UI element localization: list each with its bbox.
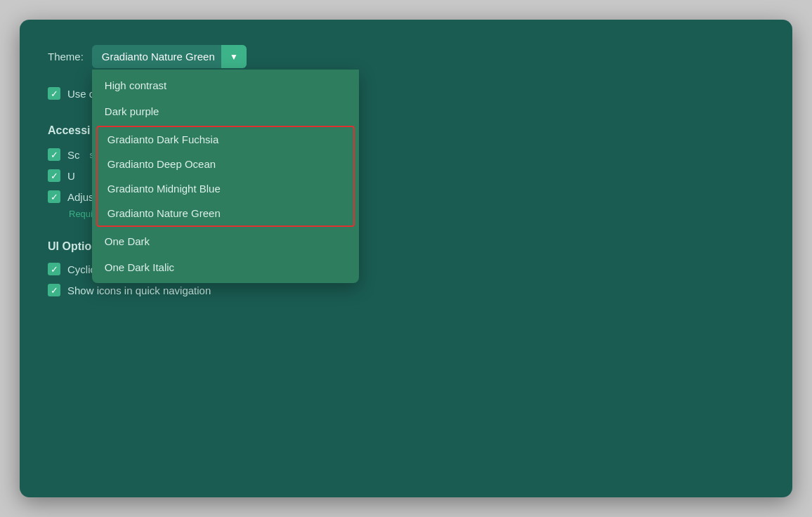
sc-label: Sc [67,149,80,161]
dropdown-item-gradianto-dark-fuchsia[interactable]: Gradianto Dark Fuchsia [98,127,353,152]
show-icons-checkbox[interactable]: ✓ [48,284,60,296]
use-custom-font-text: Use c [67,88,94,100]
dropdown-item-gradianto-nature-green[interactable]: Gradianto Nature Green [98,201,353,225]
use-custom-font-label: ✓ Use c [48,87,94,100]
theme-selected-value: Gradianto Nature Green [102,51,215,63]
settings-window: Theme: Gradianto Nature Green ▼ High con… [20,20,792,497]
u-checkbox[interactable]: ✓ [48,169,60,182]
show-icons-row: ✓ Show icons in quick navigation [48,284,764,296]
u-label: U [67,170,75,182]
dropdown-item-dark-purple[interactable]: Dark purple [92,98,359,124]
theme-row: Theme: Gradianto Nature Green ▼ High con… [48,45,764,68]
theme-dropdown-arrow-icon: ▼ [221,45,247,68]
theme-select-button[interactable]: Gradianto Nature Green ▼ [92,45,247,68]
dropdown-item-gradianto-midnight-blue[interactable]: Gradianto Midnight Blue [98,176,353,201]
show-icons-label: Show icons in quick navigation [67,284,211,296]
dropdown-group-gradianto: Gradianto Dark Fuchsia Gradianto Deep Oc… [96,126,355,227]
theme-label: Theme: [48,51,84,63]
sc-checkbox[interactable]: ✓ [48,148,60,161]
theme-dropdown-wrapper: Gradianto Nature Green ▼ High contrast D… [92,45,247,68]
color-blindness-checkbox[interactable]: ✓ [48,190,60,203]
dropdown-item-one-dark[interactable]: One Dark [92,228,359,254]
theme-dropdown-menu: High contrast Dark purple Gradianto Dark… [92,70,359,283]
dropdown-item-gradianto-deep-ocean[interactable]: Gradianto Deep Ocean [98,152,353,176]
dropdown-item-one-dark-italic[interactable]: One Dark Italic [92,254,359,280]
dropdown-item-high-contrast[interactable]: High contrast [92,72,359,98]
cyclic-scrolling-checkbox[interactable]: ✓ [48,263,60,275]
use-custom-font-checkbox[interactable]: ✓ [48,87,60,100]
